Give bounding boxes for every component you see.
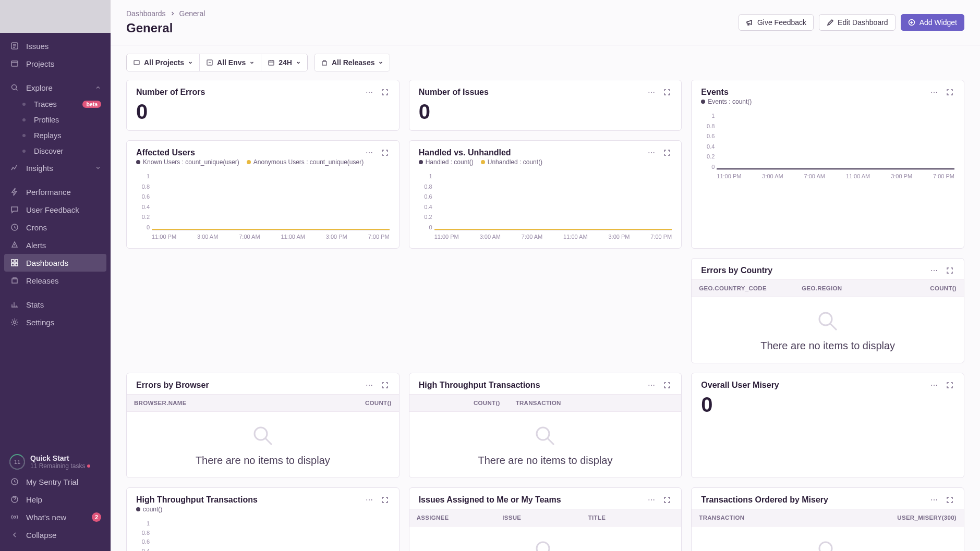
dot-icon (22, 118, 26, 121)
more-icon[interactable]: ⋯ (647, 148, 656, 157)
col-header[interactable]: COUNT() (904, 285, 957, 291)
col-header[interactable]: TRANSACTION (500, 400, 674, 406)
filter-releases[interactable]: All Releases (314, 54, 390, 71)
expand-icon[interactable] (945, 381, 954, 390)
col-header[interactable]: GEO.COUNTRY_CODE (699, 285, 802, 291)
alerts-icon (9, 240, 20, 250)
expand-icon[interactable] (380, 148, 390, 157)
col-header[interactable]: ISSUE (502, 515, 588, 521)
add-widget-button[interactable]: Add Widget (901, 14, 964, 31)
chevron-down-icon (296, 60, 301, 65)
sidebar-label: Profiles (34, 116, 101, 124)
more-icon[interactable]: ⋯ (647, 381, 656, 390)
quickstart-subtitle: 11 Remaining tasks (30, 462, 90, 470)
sidebar-bottom: 11 Quick Start 11 Remaining tasks My Sen… (0, 446, 111, 551)
sidebar-item-explore[interactable]: Explore (4, 79, 106, 96)
sidebar-item-stats[interactable]: Stats (4, 296, 106, 313)
col-header[interactable]: TITLE (588, 515, 674, 521)
more-icon[interactable]: ⋯ (365, 495, 374, 505)
col-header[interactable]: COUNT() (417, 400, 500, 406)
sidebar-item-help[interactable]: Help (4, 491, 106, 508)
breadcrumb-root[interactable]: Dashboards (126, 9, 166, 18)
sidebar-item-trial[interactable]: My Sentry Trial (4, 473, 106, 491)
sidebar-item-discover[interactable]: Discover (4, 143, 106, 159)
more-icon[interactable]: ⋯ (365, 148, 374, 157)
main: Dashboards General General Give Feedback… (111, 0, 980, 551)
sidebar-item-alerts[interactable]: Alerts (4, 236, 106, 254)
more-icon[interactable]: ⋯ (929, 266, 939, 275)
filter-envs[interactable]: All Envs (200, 54, 261, 71)
expand-icon[interactable] (380, 88, 390, 97)
filter-time[interactable]: 24H (261, 54, 307, 71)
sidebar-label: Collapse (26, 531, 101, 540)
trial-icon (9, 476, 20, 487)
sidebar-item-whats-new[interactable]: What's new2 (4, 508, 106, 526)
sidebar-item-projects[interactable]: Projects (4, 55, 106, 72)
chevron-right-icon (170, 11, 175, 16)
widget-title: Affected Users (136, 148, 364, 157)
org-logo[interactable] (0, 0, 111, 33)
col-header[interactable]: TRANSACTION (699, 515, 873, 521)
legend-label: Known Users : count_unique(user) (143, 158, 239, 166)
expand-icon[interactable] (945, 266, 954, 275)
sidebar-item-performance[interactable]: Performance (4, 183, 106, 201)
sidebar-item-profiles[interactable]: Profiles (4, 112, 106, 128)
sidebar-item-collapse[interactable]: Collapse (4, 526, 106, 544)
bolt-icon (9, 187, 20, 197)
sidebar-item-releases[interactable]: Releases (4, 272, 106, 289)
expand-icon[interactable] (380, 495, 390, 505)
quickstart-progress-ring: 11 (9, 454, 25, 470)
beta-badge: beta (82, 101, 101, 108)
svg-point-8 (14, 321, 16, 324)
empty-state: There are no items to display (409, 412, 682, 477)
expand-icon[interactable] (945, 88, 954, 97)
more-icon[interactable]: ⋯ (929, 88, 939, 97)
widget-events: Events Events : count() ⋯ 10.80.60.40.20… (691, 80, 964, 249)
sidebar-label: Releases (26, 276, 101, 285)
expand-icon[interactable] (662, 148, 672, 157)
more-icon[interactable]: ⋯ (929, 495, 939, 505)
expand-icon[interactable] (662, 495, 672, 505)
more-icon[interactable]: ⋯ (365, 381, 374, 390)
more-icon[interactable]: ⋯ (647, 88, 656, 97)
give-feedback-button[interactable]: Give Feedback (739, 14, 814, 31)
edit-dashboard-button[interactable]: Edit Dashboard (819, 14, 896, 31)
sidebar-item-settings[interactable]: Settings (4, 313, 106, 331)
empty-text: There are no items to display (196, 455, 330, 467)
expand-icon[interactable] (380, 381, 390, 390)
expand-icon[interactable] (945, 495, 954, 505)
sidebar-label: User Feedback (26, 205, 101, 214)
widget-title: Number of Issues (419, 88, 489, 97)
dot-icon (22, 134, 26, 137)
sidebar-item-traces[interactable]: Traces beta (4, 96, 106, 112)
svg-rect-7 (15, 263, 18, 266)
sidebar-item-insights[interactable]: Insights (4, 159, 106, 177)
filter-projects[interactable]: All Projects (127, 54, 200, 71)
sidebar-item-crons[interactable]: Crons (4, 218, 106, 236)
more-icon[interactable]: ⋯ (365, 88, 374, 97)
col-header[interactable]: COUNT() (340, 400, 392, 406)
expand-icon[interactable] (662, 381, 672, 390)
svg-point-18 (537, 427, 549, 440)
affected-users-chart: 10.80.60.40.2011:00 PM3:00 AM7:00 AM11:0… (136, 173, 390, 240)
handled-chart: 10.80.60.40.2011:00 PM3:00 AM7:00 AM11:0… (419, 173, 672, 240)
col-header[interactable]: BROWSER.NAME (134, 400, 340, 406)
search-icon (534, 424, 556, 447)
more-icon[interactable]: ⋯ (647, 495, 656, 505)
sidebar-label: Discover (34, 147, 101, 155)
sidebar-item-user-feedback[interactable]: User Feedback (4, 201, 106, 218)
dot-icon (22, 150, 26, 153)
sidebar-item-dashboards[interactable]: Dashboards (4, 254, 106, 272)
megaphone-icon (746, 19, 754, 27)
widget-title: Overall User Misery (701, 381, 779, 390)
quickstart[interactable]: 11 Quick Start 11 Remaining tasks (4, 451, 106, 473)
col-header[interactable]: GEO.REGION (802, 285, 904, 291)
sidebar-item-replays[interactable]: Replays (4, 128, 106, 143)
col-header[interactable]: ASSIGNEE (417, 515, 503, 521)
more-icon[interactable]: ⋯ (929, 381, 939, 390)
col-header[interactable]: USER_MISERY(300) (873, 515, 957, 521)
expand-icon[interactable] (662, 88, 672, 97)
stats-icon (9, 299, 20, 310)
sidebar-label: Replays (34, 131, 101, 140)
sidebar-item-issues[interactable]: Issues (4, 37, 106, 55)
